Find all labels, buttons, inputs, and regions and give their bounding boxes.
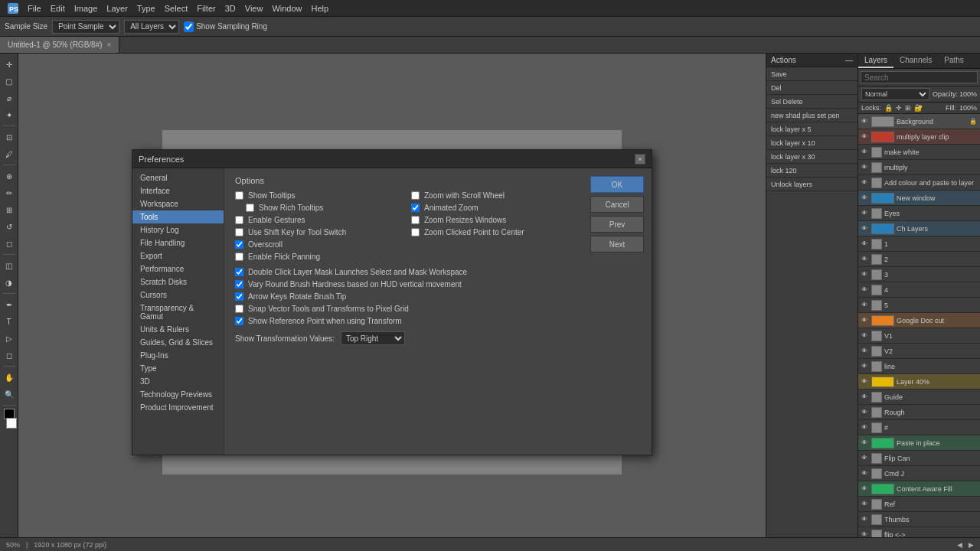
layer-item[interactable]: 👁multiply layer clip [858,129,980,145]
layer-visibility-icon[interactable]: 👁 [861,179,869,186]
layer-visibility-icon[interactable]: 👁 [861,409,869,416]
tool-eyedropper[interactable]: 🖊 [2,146,17,161]
fill-value[interactable]: 100% [959,104,977,112]
layer-item[interactable]: 👁line [858,359,980,374]
arrow-keys-checkbox[interactable] [235,292,243,301]
animated-zoom-checkbox[interactable] [411,204,420,212]
tool-stamp[interactable]: ⊞ [2,202,17,217]
pref-nav-3d[interactable]: 3D [132,375,224,388]
layer-item[interactable]: 👁5 [858,298,980,313]
action-save[interactable]: Save [766,67,858,81]
layer-visibility-icon[interactable]: 👁 [861,148,869,155]
layer-visibility-icon[interactable]: 👁 [861,194,869,201]
layer-item[interactable]: 👁Eyes [858,206,980,221]
layer-item[interactable]: 👁New window [858,191,980,206]
tool-history-brush[interactable]: ↺ [2,219,17,234]
tool-gradient[interactable]: ◫ [2,258,17,273]
tab-paths[interactable]: Paths [938,54,970,68]
ok-button[interactable]: OK [590,176,644,193]
action-lock-x5[interactable]: lock layer x 5 [766,122,858,136]
pref-nav-product-improvement[interactable]: Product Improvement [132,401,224,414]
pref-nav-interface[interactable]: Interface [132,184,224,197]
show-sampling-ring-checkbox[interactable] [184,20,194,34]
layer-item[interactable]: 👁multiply [858,160,980,175]
layer-visibility-icon[interactable]: 👁 [861,225,869,232]
layer-item[interactable]: 👁Ref [858,497,980,512]
layer-item[interactable]: 👁Content Aware Fill [858,481,980,497]
menu-image[interactable]: Image [70,0,103,16]
show-rich-tooltips-checkbox[interactable] [246,204,254,212]
layer-visibility-icon[interactable]: 👁 [861,286,869,293]
sample-layers-select[interactable]: All Layers [124,20,179,34]
layer-item[interactable]: 👁2 [858,252,980,267]
pref-nav-plugins[interactable]: Plug-Ins [132,349,224,362]
vary-round-checkbox[interactable] [235,280,243,289]
overscroll-checkbox[interactable] [235,240,243,249]
menu-window[interactable]: Window [267,0,306,16]
layer-visibility-icon[interactable]: 👁 [861,470,869,477]
lock-art-icon[interactable]: ⊞ [905,104,911,112]
tool-move[interactable]: ✛ [2,57,17,72]
layer-visibility-icon[interactable]: 👁 [861,210,869,217]
opacity-value[interactable]: 100% [959,90,977,98]
layer-visibility-icon[interactable]: 👁 [861,256,869,262]
layer-visibility-icon[interactable]: 👁 [861,240,869,247]
tool-crop[interactable]: ⊡ [2,129,17,145]
canvas-area[interactable]: Preferences × General Interface Workspac… [18,54,766,551]
layer-visibility-icon[interactable]: 👁 [861,485,869,492]
pref-nav-scratch-disks[interactable]: Scratch Disks [132,276,224,289]
background-color[interactable] [6,418,17,429]
lock-all-icon[interactable]: 🔐 [914,104,923,112]
lock-pixel-icon[interactable]: 🔒 [884,104,893,112]
pref-nav-general[interactable]: General [132,171,224,184]
pref-nav-file-handling[interactable]: File Handling [132,236,224,249]
zoom-clicked-checkbox[interactable] [411,228,420,236]
menu-ps[interactable]: PS [3,0,23,16]
pref-nav-transparency[interactable]: Transparency & Gamut [132,302,224,323]
layer-item[interactable]: 👁Add colour and paste to layer [858,175,980,191]
cancel-button[interactable]: Cancel [590,196,644,213]
pref-nav-guides-grid[interactable]: Guides, Grid & Slices [132,336,224,349]
layer-item[interactable]: 👁make white [858,145,980,160]
menu-help[interactable]: Help [307,0,334,16]
layer-item[interactable]: 👁V2 [858,344,980,359]
layer-visibility-icon[interactable]: 👁 [861,393,869,400]
next-button[interactable]: Next [590,236,644,253]
tab-close-button[interactable]: × [107,41,112,49]
layer-visibility-icon[interactable]: 👁 [861,332,869,339]
blend-mode-select[interactable]: Normal [861,88,929,100]
tool-text[interactable]: T [2,314,17,329]
lock-pos-icon[interactable]: ✛ [896,104,902,112]
layers-search-input[interactable] [861,71,978,83]
snap-vector-checkbox[interactable] [235,305,243,313]
layer-visibility-icon[interactable]: 👁 [861,424,869,431]
pref-nav-history-log[interactable]: History Log [132,223,224,236]
layer-item[interactable]: 👁Ch Layers [858,221,980,236]
layer-item[interactable]: 👁3 [858,267,980,282]
menu-edit[interactable]: Edit [46,0,70,16]
pref-nav-units-rulers[interactable]: Units & Rulers [132,323,224,336]
tool-zoom[interactable]: 🔍 [2,386,17,402]
menu-layer[interactable]: Layer [102,0,132,16]
layer-item[interactable]: 👁Flip Can [858,451,980,466]
tool-hand[interactable]: ✋ [2,370,17,385]
action-lock-120[interactable]: lock 120 [766,164,858,178]
prev-button[interactable]: Prev [590,216,644,233]
action-sel-delete[interactable]: Sel Delete [766,95,858,109]
tool-dodge[interactable]: ◑ [2,275,17,290]
menu-select[interactable]: Select [160,0,193,16]
menu-view[interactable]: View [240,0,268,16]
layer-visibility-icon[interactable]: 👁 [861,455,869,461]
show-sampling-ring-label[interactable]: Show Sampling Ring [184,20,267,34]
menu-type[interactable]: Type [132,0,160,16]
layer-item[interactable]: 👁Guide [858,390,980,405]
layer-visibility-icon[interactable]: 👁 [861,347,869,354]
pref-nav-workspace[interactable]: Workspace [132,197,224,210]
layer-visibility-icon[interactable]: 👁 [861,500,869,507]
layer-item[interactable]: 👁Rough [858,405,980,420]
layer-visibility-icon[interactable]: 👁 [861,133,869,140]
layer-item[interactable]: 👁Thumbs [858,512,980,527]
tab-layers[interactable]: Layers [858,54,893,68]
layer-item[interactable]: 👁Paste in place [858,435,980,451]
pref-nav-type[interactable]: Type [132,362,224,375]
